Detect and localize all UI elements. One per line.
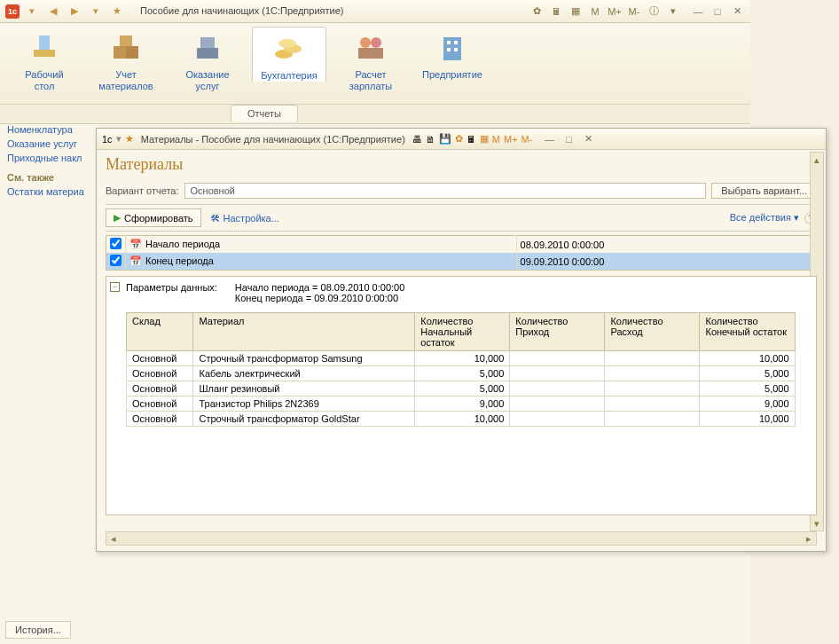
window-title: Пособие для начинающих (1С:Предприятие) [135, 0, 349, 23]
table-row[interactable]: ОсновнойШланг резиновый5,0005,000 [127, 381, 796, 397]
ribbon-label: Рабочийстол [7, 69, 82, 92]
sidebar-link[interactable]: Номенклатура [7, 124, 90, 135]
generate-button[interactable]: ▶Сформировать [106, 208, 201, 227]
star-icon[interactable]: ★ [125, 133, 134, 145]
close-button[interactable]: ✕ [580, 132, 596, 146]
coins-icon [271, 31, 307, 67]
collapse-toggle[interactable]: − [110, 282, 120, 292]
tab-reports[interactable]: Отчеты [231, 105, 298, 122]
favorites-icon[interactable]: ✿ [529, 4, 545, 19]
ribbon-item[interactable]: Учетматериалов [89, 27, 163, 92]
scroll-right-icon[interactable]: ▸ [802, 533, 816, 545]
variant-input[interactable] [184, 183, 707, 199]
maximize-button[interactable]: □ [710, 4, 725, 19]
period-row[interactable]: 📅Конец периода09.09.2010 0:00:00 [106, 253, 817, 271]
svg-rect-14 [447, 41, 451, 44]
back-button[interactable]: ◀ [44, 4, 62, 20]
calendar-icon: 📅 [129, 255, 142, 266]
dropdown-icon[interactable]: ▾ [87, 4, 105, 20]
svg-rect-6 [200, 37, 215, 48]
calendar-icon[interactable]: ▦ [568, 4, 584, 19]
choose-variant-button[interactable]: Выбрать вариант... [711, 183, 817, 199]
report-heading: Материалы [106, 155, 817, 174]
period-value: 09.09.2010 0:00:00 [516, 253, 816, 271]
report-titlebar: 1c ▾ ★ Материалы - Пособие для начинающи… [97, 129, 826, 150]
svg-rect-1 [39, 35, 50, 50]
svg-point-11 [371, 37, 381, 48]
ribbon-label: Предприятие [415, 69, 490, 81]
cell-in [510, 397, 605, 412]
calculator-icon[interactable]: 🖩 [467, 134, 476, 145]
favorites-icon[interactable]: ✿ [455, 133, 463, 145]
settings-link[interactable]: 🛠Настройка... [210, 213, 279, 224]
calendar-icon: 📅 [129, 239, 142, 249]
main-titlebar: 1c ▾ ◀ ▶ ▾ ★ Пособие для начинающих (1С:… [0, 0, 750, 23]
column-header: Материал [193, 313, 415, 351]
ribbon-item[interactable]: Оказаниеуслуг [170, 27, 245, 92]
cell-out [605, 412, 700, 427]
cell-out [605, 351, 700, 366]
mplus-indicator[interactable]: M+ [504, 134, 518, 145]
minimize-button[interactable]: — [541, 132, 557, 146]
table-row[interactable]: ОсновнойКабель электрический5,0005,000 [127, 366, 796, 381]
ribbon-item[interactable]: Бухгалтерия [252, 27, 326, 82]
svg-rect-16 [447, 48, 451, 51]
tab-strip: Отчеты [0, 105, 750, 124]
dropdown-icon[interactable]: ▾ [116, 133, 122, 145]
table-row[interactable]: ОсновнойТранзистор Philips 2N23699,0009,… [127, 397, 796, 412]
period-checkbox[interactable] [110, 238, 122, 249]
play-icon: ▶ [114, 212, 121, 224]
calculator-icon[interactable]: 🖩 [548, 4, 564, 19]
cell-final: 10,000 [700, 412, 795, 427]
svg-rect-12 [358, 48, 383, 59]
close-button[interactable]: ✕ [729, 4, 745, 19]
svg-rect-3 [126, 46, 138, 59]
star-icon[interactable]: ★ [108, 4, 126, 20]
calendar-icon[interactable]: ▦ [480, 133, 489, 145]
info-icon[interactable]: ⓘ [646, 4, 662, 19]
table-row[interactable]: ОсновнойСтрочный трансформатор GoldStar1… [127, 412, 796, 427]
print-icon[interactable]: 🖶 [412, 134, 422, 145]
m-indicator[interactable]: M [492, 134, 500, 145]
people-icon [353, 30, 388, 66]
generate-button-label: Сформировать [124, 213, 193, 224]
column-header: Склад [127, 313, 193, 351]
history-button[interactable]: История... [5, 621, 71, 639]
svg-rect-4 [120, 35, 132, 46]
sidebar-link[interactable]: Оказание услуг [7, 138, 90, 149]
cell-final: 5,000 [700, 381, 795, 397]
period-row[interactable]: 📅Начало периода08.09.2010 0:00:00 [106, 236, 817, 254]
period-checkbox[interactable] [110, 255, 122, 266]
all-actions-link[interactable]: Все действия ▾ [730, 212, 799, 224]
ribbon-item[interactable]: Предприятие [415, 27, 490, 81]
sidebar: КлиентыНоменклатураОказание услугПриходн… [0, 105, 98, 644]
svg-point-9 [278, 39, 296, 48]
save-icon[interactable]: 💾 [439, 133, 451, 145]
data-table: СкладМатериалКоличество Начальный остато… [126, 312, 796, 427]
m-indicator: M [587, 4, 603, 19]
ribbon-item[interactable]: Расчетзарплаты [333, 27, 408, 92]
preview-icon[interactable]: 🗎 [426, 134, 435, 145]
dropdown-icon[interactable]: ▾ [23, 4, 41, 20]
variant-label: Вариант отчета: [106, 185, 179, 196]
svg-point-10 [360, 37, 371, 48]
scroll-up-icon[interactable]: ▴ [814, 153, 819, 167]
minimize-button[interactable]: — [690, 4, 706, 19]
scroll-down-icon[interactable]: ▾ [814, 516, 819, 530]
mminus-indicator[interactable]: M- [521, 134, 533, 145]
ribbon-item[interactable]: Рабочийстол [7, 27, 82, 92]
horizontal-scrollbar[interactable]: ◂ ▸ [106, 531, 817, 546]
forward-button[interactable]: ▶ [66, 4, 83, 20]
svg-rect-17 [454, 48, 458, 51]
cell-in [510, 381, 605, 397]
dropdown-icon[interactable]: ▾ [665, 4, 681, 19]
maximize-button[interactable]: □ [561, 132, 576, 146]
app-logo-icon: 1c [102, 134, 113, 145]
scroll-left-icon[interactable]: ◂ [106, 533, 121, 545]
sidebar-link[interactable]: Приходные накл [7, 153, 90, 163]
sidebar-link[interactable]: Остатки материа [7, 186, 90, 197]
sidebar-see-also-head: См. также [7, 172, 90, 183]
table-row[interactable]: ОсновнойСтрочный трансформатор Samsung10… [127, 351, 796, 366]
column-header: Количество Приход [510, 313, 605, 351]
column-header: Количество Начальный остаток [415, 313, 510, 351]
